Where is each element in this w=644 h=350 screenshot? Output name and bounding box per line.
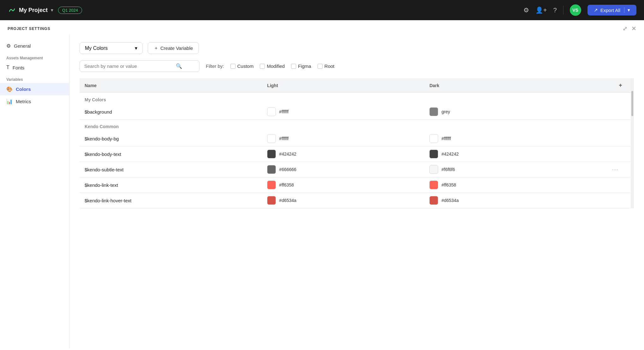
search-input[interactable] xyxy=(84,63,173,69)
dark-swatch[interactable] xyxy=(429,196,438,205)
var-actions-cell[interactable]: ··· xyxy=(607,162,634,177)
var-name: $kendo-subtle-text xyxy=(85,167,123,172)
var-name-cell: $kendo-link-hover-text xyxy=(80,193,262,208)
topnav-actions: ⚙ 👤+ ? VS ↗ Export All ▾ xyxy=(523,4,636,16)
var-actions-cell xyxy=(607,104,634,120)
filter-custom-checkbox[interactable] xyxy=(230,64,236,69)
sidebar-item-fonts[interactable]: T Fonts xyxy=(0,62,69,74)
filter-figma-label: Figma xyxy=(298,63,311,69)
sidebar-colors-label: Colors xyxy=(16,86,31,92)
col-add-header[interactable]: + xyxy=(607,78,634,93)
light-swatch[interactable] xyxy=(267,150,276,158)
var-light-cell[interactable]: #ffffff xyxy=(262,131,424,146)
var-name: $kendo-body-text xyxy=(85,151,121,157)
scrollbar-track[interactable] xyxy=(631,78,634,208)
fullscreen-icon[interactable]: ⤢ xyxy=(623,25,628,32)
var-dark-cell[interactable]: grey xyxy=(424,104,607,120)
table-row: $kendo-body-text #424242 #424242 xyxy=(80,146,634,162)
light-hex: #424242 xyxy=(279,151,296,157)
var-dark-cell[interactable]: #ffffff xyxy=(424,131,607,146)
settings-icon[interactable]: ⚙ xyxy=(523,6,529,14)
variables-table: Name Light Dark + My Colors$background #… xyxy=(80,78,634,208)
col-light-header: Light xyxy=(262,78,424,93)
sidebar-item-general[interactable]: ⚙ General xyxy=(0,40,69,52)
project-chevron-icon: ▾ xyxy=(51,8,53,13)
light-swatch[interactable] xyxy=(267,134,276,143)
close-icon[interactable]: ✕ xyxy=(631,25,636,32)
filter-modified-checkbox[interactable] xyxy=(260,64,265,69)
var-dark-cell[interactable]: #f6f6f6 xyxy=(424,162,607,177)
dark-swatch[interactable] xyxy=(429,134,438,143)
row-more-icon[interactable]: ··· xyxy=(612,166,619,173)
colors-icon: 🎨 xyxy=(6,86,13,92)
create-variable-button[interactable]: ＋ Create Variable xyxy=(148,42,199,54)
dark-swatch[interactable] xyxy=(429,107,438,116)
export-icon: ↗ xyxy=(594,7,598,13)
var-dark-cell[interactable]: #424242 xyxy=(424,146,607,162)
filter-root-label: Root xyxy=(325,63,335,69)
filter-custom-label: Custom xyxy=(237,63,254,69)
var-light-cell[interactable]: #d6534a xyxy=(262,193,424,208)
light-hex: #ffffff xyxy=(279,136,289,141)
filter-root-checkbox[interactable] xyxy=(318,64,323,69)
var-name: $kendo-link-hover-text xyxy=(85,198,131,203)
var-name-cell: $kendo-body-bg xyxy=(80,131,262,146)
dark-hex: #ffffff xyxy=(441,136,451,141)
table-row: $background #ffffff grey xyxy=(80,104,634,120)
export-label: Export All xyxy=(600,8,620,13)
collection-select[interactable]: My Colors ▾ xyxy=(80,42,143,54)
group-label-row: Kendo Common xyxy=(80,120,634,131)
page-header-icons: ⤢ ✕ xyxy=(623,25,636,32)
project-logo[interactable]: My Project ▾ xyxy=(8,6,53,15)
sidebar-metrics-label: Metrics xyxy=(16,99,31,104)
filter-label: Filter by: xyxy=(206,63,224,69)
filter-modified[interactable]: Modified xyxy=(260,63,285,69)
add-user-icon[interactable]: 👤+ xyxy=(535,6,547,14)
filter-custom[interactable]: Custom xyxy=(230,63,254,69)
filter-figma-checkbox[interactable] xyxy=(291,64,296,69)
search-box[interactable]: 🔍 xyxy=(80,60,200,72)
dark-swatch[interactable] xyxy=(429,165,438,174)
dark-hex: #424242 xyxy=(441,151,459,157)
var-light-cell[interactable]: #ffffff xyxy=(262,104,424,120)
dark-hex: #ff6358 xyxy=(441,182,456,187)
dark-hex: grey xyxy=(441,109,450,114)
var-name-cell: $kendo-subtle-text xyxy=(80,162,262,177)
table-row: $kendo-link-hover-text #d6534a #d6534a xyxy=(80,193,634,208)
group-label-row: My Colors xyxy=(80,93,634,104)
avatar[interactable]: VS xyxy=(570,4,581,16)
sidebar-item-metrics[interactable]: 📊 Metrics xyxy=(0,95,69,108)
light-swatch[interactable] xyxy=(267,107,276,116)
var-light-cell[interactable]: #424242 xyxy=(262,146,424,162)
light-swatch[interactable] xyxy=(267,181,276,189)
dark-swatch[interactable] xyxy=(429,181,438,189)
var-actions-cell xyxy=(607,177,634,193)
page-header: PROJECT SETTINGS ⤢ ✕ xyxy=(0,20,644,35)
sidebar-item-colors[interactable]: 🎨 Colors xyxy=(0,83,69,95)
light-swatch[interactable] xyxy=(267,196,276,205)
scrollbar-thumb[interactable] xyxy=(631,91,633,116)
filter-figma[interactable]: Figma xyxy=(291,63,311,69)
table-row: $kendo-subtle-text #666666 #f6f6f6 ··· xyxy=(80,162,634,177)
export-all-button[interactable]: ↗ Export All ▾ xyxy=(587,5,636,15)
var-dark-cell[interactable]: #d6534a xyxy=(424,193,607,208)
sidebar-assets-section: Assets Management xyxy=(0,52,69,62)
layout: ⚙ General Assets Management T Fonts Vari… xyxy=(0,35,644,348)
create-var-label: Create Variable xyxy=(160,45,193,51)
light-hex: #d6534a xyxy=(279,198,296,203)
var-actions-cell xyxy=(607,193,634,208)
filter-modified-label: Modified xyxy=(267,63,285,69)
table-row: $kendo-body-bg #ffffff #ffffff xyxy=(80,131,634,146)
var-dark-cell[interactable]: #ff6358 xyxy=(424,177,607,193)
main-content: My Colors ▾ ＋ Create Variable 🔍 Filter b… xyxy=(69,35,644,348)
period-badge[interactable]: Q1 2024 xyxy=(58,7,82,14)
var-actions-cell xyxy=(607,131,634,146)
dark-swatch[interactable] xyxy=(429,150,438,158)
help-icon[interactable]: ? xyxy=(553,7,557,14)
sidebar-fonts-label: Fonts xyxy=(13,65,25,70)
var-light-cell[interactable]: #666666 xyxy=(262,162,424,177)
filter-root[interactable]: Root xyxy=(318,63,335,69)
var-light-cell[interactable]: #ff6358 xyxy=(262,177,424,193)
light-swatch[interactable] xyxy=(267,165,276,174)
collection-label: My Colors xyxy=(85,45,108,51)
